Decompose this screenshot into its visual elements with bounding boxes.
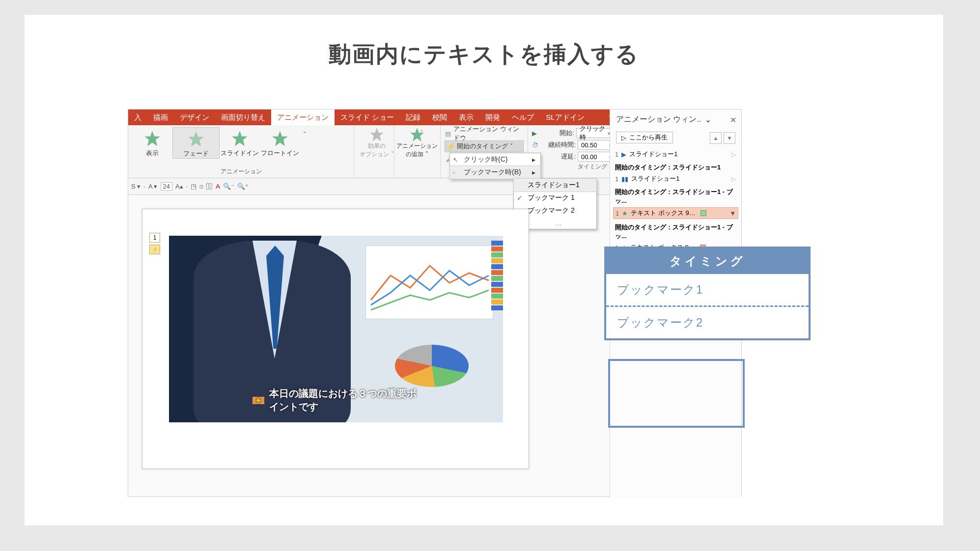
annotation-row-1: ブックマーク1 xyxy=(606,274,809,305)
video-object[interactable]: ⚡ 本日の議題における３つの重要ポイントです xyxy=(169,236,503,422)
font-color-icon[interactable]: S ▾ xyxy=(131,183,140,190)
submenu-slideshow1[interactable]: スライドショー1 xyxy=(513,178,597,192)
gallery-more-icon[interactable]: ⌄ xyxy=(300,127,309,135)
zoom-out-icon[interactable]: 🔍⁻ xyxy=(223,183,234,190)
svg-marker-4 xyxy=(370,128,384,141)
chevron-down-icon[interactable]: ⌄ xyxy=(705,115,711,124)
pane-item-3[interactable]: 1★テキスト ボックス 9… ▼ xyxy=(613,207,738,219)
tab-slideshow[interactable]: スライド ショー xyxy=(335,110,400,125)
menu-on-bookmark[interactable]: ◦ブックマーク時(B)▸ xyxy=(449,165,541,179)
start-timing-button[interactable]: ⚡開始のタイミング ˅ xyxy=(445,140,524,152)
annotation-row-2: ブックマーク2 xyxy=(606,307,809,338)
annotation-header: タイミング xyxy=(606,248,809,274)
increase-font-icon[interactable]: A▴ xyxy=(175,183,183,190)
animation-window-button[interactable]: ▤アニメーション ウィンドウ xyxy=(445,128,524,139)
svg-marker-2 xyxy=(232,131,247,146)
dropdown-icon[interactable]: ▼ xyxy=(729,210,736,217)
slide[interactable]: 1 ⚡ ⚡ 本日の議題における３つの重要ポ xyxy=(142,209,529,469)
tab-developer[interactable]: 開発 xyxy=(479,110,506,125)
arrange-icon[interactable]: ⿲ xyxy=(206,183,213,190)
flash-icon: ⚡ xyxy=(252,397,264,404)
tab-animation[interactable]: アニメーション xyxy=(271,110,335,125)
pane-item-2[interactable]: 1▮▮スライドショー1▷ xyxy=(615,173,736,185)
anim-badge-1[interactable]: 1 xyxy=(149,233,160,243)
pane-section-2: 開始のタイミング：スライドショー1 - ブッ... xyxy=(615,185,736,206)
bar-strip xyxy=(491,241,503,358)
anim-badge-trigger[interactable]: ⚡ xyxy=(149,245,160,254)
svg-marker-1 xyxy=(188,131,203,146)
tab-record[interactable]: 記録 xyxy=(400,110,426,125)
trigger-menu: ↖クリック時(C)▸ ◦ブックマーク時(B)▸ xyxy=(449,153,541,179)
font-size-field[interactable]: 24 xyxy=(161,182,172,191)
effect-options-button: 効果の オプション ˅ xyxy=(358,127,395,159)
close-icon[interactable]: ✕ xyxy=(730,115,736,125)
align-tool-icon[interactable]: ⎅ xyxy=(199,183,203,190)
tab-design[interactable]: デザイン xyxy=(174,110,215,125)
tab-addin[interactable]: SLアドイン xyxy=(540,110,590,125)
cursor-icon: ↖ xyxy=(453,156,458,164)
video-caption[interactable]: ⚡ 本日の議題における３つの重要ポイントです xyxy=(252,387,420,413)
page-title: 動画内にテキストを挿入する xyxy=(25,39,943,70)
play-icon: ▶ xyxy=(532,130,537,137)
svg-marker-0 xyxy=(144,131,160,146)
pie-chart xyxy=(395,345,469,387)
annotation-box: タイミング ブックマーク1 ブックマーク2 xyxy=(604,247,811,340)
tab-insert[interactable]: 入 xyxy=(128,110,147,125)
menu-on-click[interactable]: ↖クリック時(C)▸ xyxy=(450,153,540,166)
move-down-icon[interactable]: ▼ xyxy=(724,132,735,144)
tab-transition[interactable]: 画面切り替え xyxy=(215,110,271,125)
tab-view[interactable]: 表示 xyxy=(453,110,479,125)
svg-text:+: + xyxy=(420,128,423,134)
slidein-button[interactable]: スライドイン xyxy=(220,127,260,158)
pane-title: アニメーション ウィン.. xyxy=(616,114,701,125)
pane-section-3: 開始のタイミング：スライドショー1 - ブッ... xyxy=(615,220,736,242)
pane-item-1[interactable]: 1▶スライドショー1▷ xyxy=(615,148,736,160)
tab-review[interactable]: 校閲 xyxy=(426,110,453,125)
shape-tool-icon[interactable]: ◳ xyxy=(191,183,196,190)
svg-marker-3 xyxy=(272,131,287,146)
clear-format-icon[interactable]: A̶ xyxy=(216,183,220,190)
pane-icon: ▤ xyxy=(445,130,451,138)
fade-button[interactable]: フェード xyxy=(172,127,220,159)
zoom-in-icon[interactable]: 🔍⁺ xyxy=(237,183,249,190)
play-from-button[interactable]: ▷ここから再生 xyxy=(616,132,673,143)
preview-button[interactable]: 表示 xyxy=(132,127,172,158)
font-a[interactable]: A ▾ xyxy=(148,183,158,190)
bookmark-icon: ◦ xyxy=(453,169,455,176)
line-chart xyxy=(365,246,493,319)
pane-section-1: 開始のタイミング：スライドショー1 xyxy=(615,160,736,173)
clock-icon: ⏱ xyxy=(532,141,538,149)
move-up-icon[interactable]: ▲ xyxy=(710,132,722,144)
play-icon: ▷ xyxy=(621,134,626,141)
trigger-icon: ⚡ xyxy=(447,143,455,150)
tab-help[interactable]: ヘルプ xyxy=(506,110,540,125)
floatin-button[interactable]: フロートイン xyxy=(260,127,300,158)
tab-draw[interactable]: 描画 xyxy=(147,110,174,125)
add-animation-button[interactable]: + アニメーション の追加 ˅ xyxy=(398,127,436,159)
anim-group-label: アニメーション xyxy=(132,167,350,177)
